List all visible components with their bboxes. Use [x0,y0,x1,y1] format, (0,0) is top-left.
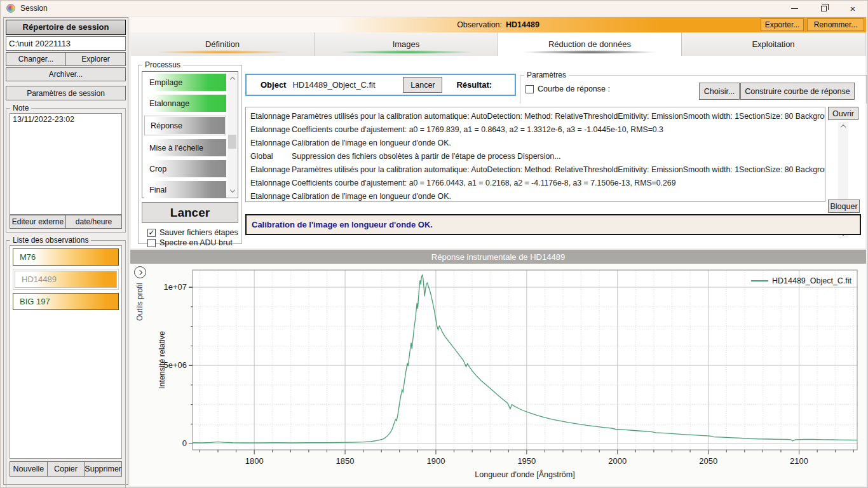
profile-tools-label: Outils profil [135,283,144,321]
svg-text:Intensité relative: Intensité relative [158,331,166,389]
expand-tools-button[interactable] [134,266,146,278]
svg-text:5e+06: 5e+06 [163,360,187,370]
observation-item-big197[interactable]: BIG 197 [13,293,119,310]
svg-text:1950: 1950 [517,456,536,466]
svg-text:HD14489_Object_C.fit: HD14489_Object_C.fit [772,276,852,285]
build-response-curve-button[interactable]: Construire courbe de réponse [740,83,855,100]
svg-text:2050: 2050 [699,456,717,466]
save-step-files-checkbox[interactable]: ✓ Sauver fichiers étapes [147,228,238,237]
scroll-thumb[interactable] [228,135,236,149]
svg-text:2000: 2000 [608,456,627,466]
change-button[interactable]: Changer... [6,52,66,66]
svg-text:1850: 1850 [336,456,355,466]
session-directory-header: Répertoire de session [6,20,126,35]
chevron-right-icon [137,269,142,274]
process-step-crop[interactable]: Crop [144,160,226,177]
note-textarea[interactable]: 13/11/2022-23:02 [10,113,122,215]
external-editor-button[interactable]: Editeur externe [10,215,66,229]
log-line: Etalonnage Coefficients courbe d'ajustem… [246,176,825,189]
run-object-button[interactable]: Lancer [403,77,442,93]
window-titlebar: Session × [1,1,867,16]
process-list: Empilage Etalonnage Réponse Mise à l'éch… [142,71,238,198]
run-process-button[interactable]: Lancer [142,202,238,223]
observation-item-hd14489-selected[interactable]: HD14489 [13,269,119,290]
scroll-down-icon[interactable] [227,186,237,196]
log-line: Etalonnage Coefficients courbe d'ajustem… [246,123,825,136]
close-icon: × [850,4,856,13]
log-line: Etalonnage Paramètres utilisés pour la c… [246,163,825,176]
minimize-icon [791,8,798,9]
observation-header: Observation: HD14489 Exporter... Renomme… [130,17,866,32]
app-window: Session × Répertoire de session C:\nuit … [0,0,868,488]
archive-button[interactable]: Archiver... [6,67,126,81]
copy-observation-button[interactable]: Copier [48,461,85,477]
svg-text:1800: 1800 [245,456,264,466]
svg-text:0: 0 [182,438,187,448]
object-label: Object [261,80,286,90]
datetime-button[interactable]: date/heure [66,215,122,229]
note-group-label: Note [10,104,31,112]
observation-name: HD14489 [506,20,539,29]
log-line: Etalonnage Calibration de l'image en lon… [246,189,825,202]
process-group-label: Processus [142,60,183,69]
explore-button[interactable]: Explorer [66,52,126,66]
note-group: Note 13/11/2022-23:02 Editeur externe da… [6,108,126,233]
tab-reduction[interactable]: Réduction de données [498,32,682,56]
svg-text:Longueur d'onde [Ångström]: Longueur d'onde [Ångström] [475,470,574,479]
log-line: Global Suppression des fichiers obsolète… [246,149,825,163]
profile-tools-strip: Outils profil [130,264,151,486]
observations-group: Liste des observations M76 HD14489 BIG 1… [6,240,126,488]
process-list-scrollbar[interactable] [227,72,237,197]
profile-title-bar: Réponse instrumentale de HD14489 [130,250,866,264]
object-filename[interactable]: HD14489_Object_C.fit [292,80,400,90]
rename-button[interactable]: Renommer... [807,18,864,31]
log-line: Etalonnage Calibration de l'image en lon… [246,136,825,149]
checkbox-unchecked-icon [526,85,534,93]
scroll-up-icon[interactable] [227,74,237,83]
close-button[interactable]: × [838,1,867,16]
process-step-empilage[interactable]: Empilage [144,74,226,91]
maximize-button[interactable] [809,1,838,16]
process-log[interactable]: Etalonnage Paramètres utilisés pour la c… [245,107,825,202]
restore-icon [821,6,827,11]
checkbox-checked-icon: ✓ [147,229,156,237]
observation-label: Observation: [457,20,502,29]
parameters-group-label: Paramètres [524,71,569,79]
open-button[interactable]: Ouvrir [828,107,858,120]
process-step-reponse-selected[interactable]: Réponse [144,116,226,135]
choose-button[interactable]: Choisir... [699,83,740,100]
tab-exploitation[interactable]: Exploitation [682,32,865,56]
tab-definition[interactable]: Définition [131,32,315,56]
result-label: Résultat: [456,80,492,90]
tab-definition-underline [156,50,289,54]
reduction-content: Processus Empilage Etalonnage Réponse [131,56,865,248]
raw-adu-spectrum-checkbox[interactable]: Spectre en ADU brut [147,238,233,247]
tab-images[interactable]: Images [315,32,498,56]
delete-observation-button[interactable]: Supprimer [85,461,122,477]
session-sidebar: Répertoire de session C:\nuit 20221113 C… [3,17,128,485]
process-step-mise-a-l-echelle[interactable]: Mise à l'échelle [144,139,226,156]
response-chart[interactable]: 180018501900195020002050210005e+061e+07H… [151,264,866,487]
block-button[interactable]: Bloquer [828,200,860,213]
export-button[interactable]: Exporter... [761,18,804,31]
tab-bar: Définition Images Réduction de données E… [131,32,865,56]
profile-panel: Réponse instrumentale de HD14489 Outils … [130,250,866,486]
session-params-button[interactable]: Paramètres de session [6,86,126,100]
minimize-button[interactable] [780,1,809,16]
object-bar: Object HD14489_Object_C.fit Lancer Résul… [245,74,516,96]
observations-group-label: Liste des observations [10,236,91,245]
scroll-up-icon[interactable] [838,123,848,129]
main-panel: Observation: HD14489 Exporter... Renomme… [130,17,866,486]
tab-images-underline [339,50,473,54]
response-curve-checkbox[interactable]: Courbe de réponse : [526,85,610,93]
svg-text:2100: 2100 [790,456,808,466]
observations-list: M76 HD14489 BIG 197 [10,245,122,459]
process-step-final[interactable]: Final [144,181,226,198]
process-step-etalonnage[interactable]: Etalonnage [144,95,226,112]
status-message-box: Calibration de l'image en longueur d'ond… [245,214,861,235]
session-path-input[interactable]: C:\nuit 20221113 [6,36,126,51]
svg-text:1e+07: 1e+07 [163,282,187,292]
observation-item-m76[interactable]: M76 [13,248,119,266]
window-title: Session [20,4,48,13]
new-observation-button[interactable]: Nouvelle [10,461,48,477]
